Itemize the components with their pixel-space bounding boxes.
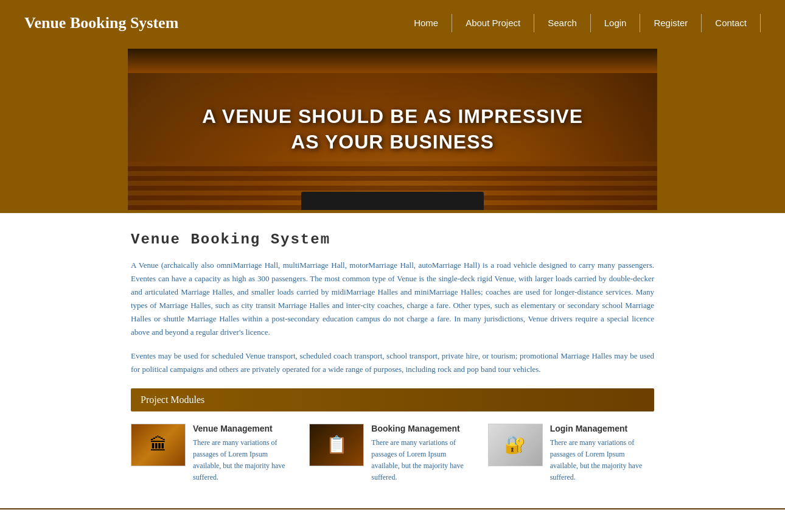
module-booking-content: Booking Management There are many variat… — [371, 424, 475, 484]
hero-line1: A VENUE SHOULD BE AS IMPRESSIVE — [202, 105, 583, 127]
nav-login[interactable]: Login — [591, 0, 640, 46]
modules-header: Project Modules — [131, 388, 654, 411]
page-heading: Venue Booking System — [131, 231, 654, 248]
module-venue-thumbnail — [131, 424, 186, 466]
module-booking-title: Booking Management — [371, 424, 475, 433]
modules-section: Project Modules Venue Management There a… — [131, 388, 654, 484]
hero-line2: AS YOUR BUSINESS — [291, 131, 494, 153]
main-content: Venue Booking System A Venue (archaicall… — [119, 213, 666, 508]
nav-contact[interactable]: Contact — [702, 0, 760, 46]
login-thumb-image — [489, 424, 542, 466]
hero-ceiling-decoration — [128, 49, 657, 73]
nav-search[interactable]: Search — [534, 0, 590, 46]
module-booking-desc: There are many variations of passages of… — [371, 437, 475, 484]
hero-banner: A VENUE SHOULD BE AS IMPRESSIVE AS YOUR … — [0, 46, 785, 213]
hero-tagline: A VENUE SHOULD BE AS IMPRESSIVE AS YOUR … — [202, 104, 583, 155]
hero-stage-decoration — [301, 192, 484, 210]
description-paragraph-1: A Venue (archaically also omniMarriage H… — [131, 259, 654, 340]
footer-line — [0, 508, 785, 509]
nav-register[interactable]: Register — [640, 0, 701, 46]
nav-divider-6 — [760, 14, 761, 32]
booking-thumb-image — [310, 424, 363, 466]
header: Venue Booking System Home About Project … — [0, 0, 785, 46]
module-login-title: Login Management — [550, 424, 654, 433]
hero-image: A VENUE SHOULD BE AS IMPRESSIVE AS YOUR … — [128, 49, 657, 210]
site-title: Venue Booking System — [24, 14, 178, 32]
module-venue[interactable]: Venue Management There are many variatio… — [131, 424, 297, 484]
navigation: Home About Project Search Login Register… — [400, 0, 761, 46]
module-login-thumbnail — [488, 424, 543, 466]
nav-home[interactable]: Home — [400, 0, 452, 46]
modules-grid: Venue Management There are many variatio… — [131, 424, 654, 484]
module-venue-content: Venue Management There are many variatio… — [193, 424, 297, 484]
nav-about[interactable]: About Project — [452, 0, 534, 46]
venue-thumb-image — [131, 424, 185, 466]
module-booking[interactable]: Booking Management There are many variat… — [309, 424, 475, 484]
module-venue-desc: There are many variations of passages of… — [193, 437, 297, 484]
module-login-content: Login Management There are many variatio… — [550, 424, 654, 484]
module-login-desc: There are many variations of passages of… — [550, 437, 654, 484]
module-login-mgmt[interactable]: Login Management There are many variatio… — [488, 424, 654, 484]
module-booking-thumbnail — [309, 424, 364, 466]
description-paragraph-2: Eventes may be used for scheduled Venue … — [131, 349, 654, 376]
module-venue-title: Venue Management — [193, 424, 297, 433]
